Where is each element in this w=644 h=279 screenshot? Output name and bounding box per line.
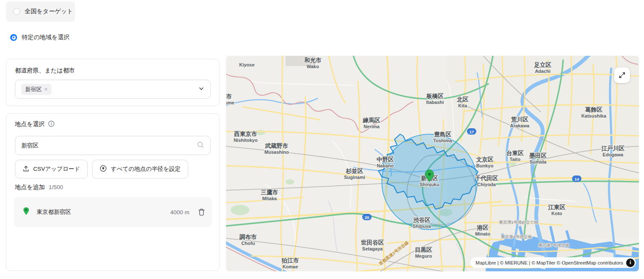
- select-points-card: 地点を選択 CSVアップロード すべての地点の半径を設定: [6, 113, 220, 271]
- map-label-en: Arakawa: [510, 123, 530, 128]
- map-label-jp: 武蔵野市: [265, 143, 289, 149]
- info-icon[interactable]: [48, 121, 54, 128]
- attribution-info-icon[interactable]: i: [626, 259, 635, 267]
- map-label-en: Shinjuku: [420, 182, 439, 187]
- map-label-en: Minato: [475, 231, 490, 236]
- map-label-jp: 板橋区: [426, 93, 444, 99]
- chip-label: 新宿区: [25, 86, 42, 93]
- map-label-jp: 世田谷区: [361, 239, 384, 246]
- set-all-radius-button[interactable]: すべての地点の半径を設定: [92, 160, 188, 178]
- map-label-en: Itabashi: [426, 100, 444, 105]
- delete-location-button[interactable]: [198, 208, 205, 216]
- map-image: Kiyose和光市Wako東久留米市Higashikurume西東京市Nishi…: [226, 56, 639, 271]
- map-label-en: Sumida: [530, 159, 547, 164]
- chevron-down-icon: [198, 86, 204, 93]
- map-label-en: Toshima: [433, 138, 452, 143]
- map-label-en: Musashino: [264, 150, 289, 155]
- map-label-jp: 江東区: [548, 204, 566, 210]
- map-attribution: MapLibre | © MIERUNE | © MapTiler © Open…: [470, 257, 636, 268]
- map-label-en: Bunkyo: [476, 163, 494, 168]
- map-label-en: Chofu: [241, 241, 255, 246]
- map-label-jp: 台東区: [507, 150, 524, 156]
- radio-option-specific-region[interactable]: 特定の地域を選択: [10, 34, 70, 41]
- select-points-label: 地点を選択: [15, 121, 45, 128]
- green-pin-icon: [23, 207, 30, 217]
- map-label-jp: 東久留米市: [226, 93, 232, 100]
- map-label-jp: 目黒区: [415, 247, 432, 253]
- map-label-en: Higashikurume: [226, 100, 235, 105]
- csv-upload-label: CSVアップロード: [33, 165, 80, 173]
- chip-remove-icon[interactable]: ×: [44, 86, 48, 92]
- radio-nationwide-label: 全国をターゲット: [25, 8, 73, 15]
- map-label-jp: 渋谷区: [413, 217, 431, 223]
- map-label-en: Suginami: [344, 175, 365, 180]
- map-label-en: Katsushika: [581, 113, 607, 118]
- map-label-jp: 調布市: [239, 233, 257, 240]
- map-label-en: Setagaya: [362, 246, 383, 251]
- selected-region-chip: 新宿区 ×: [21, 84, 52, 95]
- map-label-en: Nerima: [364, 124, 380, 129]
- map-label-en: Chiyoda: [477, 182, 496, 187]
- map-label-jp: 和光市: [304, 57, 322, 63]
- map-fullscreen-button[interactable]: [614, 67, 630, 83]
- route-shield-number: 20: [365, 215, 369, 220]
- map-label-jp: 杉並区: [346, 168, 364, 174]
- map-label-en: Kita: [458, 103, 468, 108]
- radio-option-nationwide[interactable]: 全国をターゲット: [6, 1, 75, 22]
- map-label-en: Edogawa: [603, 152, 624, 157]
- map-label-en: Nakano: [377, 163, 394, 168]
- map-label-jp: 荒川区: [511, 116, 529, 123]
- location-list-item: 東京都新宿区 4000 m: [14, 197, 212, 227]
- map-label-jp: 墨田区: [529, 152, 547, 159]
- map-canvas[interactable]: Kiyose和光市Wako東久留米市Higashikurume西東京市Nishi…: [226, 56, 639, 271]
- map-label-small: 東京港4号埋立地: [501, 234, 532, 239]
- map-label-jp: 江戸川区: [601, 145, 625, 152]
- radio-off-icon[interactable]: [13, 8, 20, 15]
- add-point-label: 地点を追加: [15, 184, 45, 191]
- map-label-jp: 港区: [477, 224, 489, 231]
- point-count: 1/500: [49, 184, 63, 190]
- map-label-jp: 千代田区: [475, 175, 498, 181]
- point-search-box: [15, 136, 211, 155]
- map-label-en: Komae: [283, 264, 298, 269]
- map-label-en: Wako: [307, 64, 319, 69]
- targeting-page: 全国をターゲット 特定の地域を選択 都道府県、または都市 新宿区 × 地点を選択: [0, 0, 644, 279]
- upload-icon: [23, 165, 29, 173]
- radio-on-icon[interactable]: [10, 34, 17, 41]
- map-label-jp: 練馬区: [363, 117, 381, 124]
- map-label-jp: 三鷹市: [261, 189, 278, 196]
- point-search-input[interactable]: [21, 142, 197, 149]
- location-radius-value: 4000 m: [170, 209, 189, 216]
- prefecture-city-card: 都道府県、または都市 新宿区 ×: [6, 59, 220, 106]
- map-label-en: Kiyose: [239, 62, 255, 67]
- map-label-jp: 北区: [457, 96, 469, 103]
- route-shield-number: 17: [469, 129, 474, 134]
- map-label-en: Taito: [509, 157, 521, 162]
- attribution-text: MapLibre | © MIERUNE | © MapTiler © Open…: [475, 260, 623, 265]
- radio-specific-label: 特定の地域を選択: [22, 34, 70, 41]
- prefecture-city-label: 都道府県、または都市: [15, 67, 75, 75]
- search-icon: [197, 141, 204, 150]
- map-label-small: 東京湾1号埋め立て地: [499, 220, 538, 224]
- map-label-jp: 文京区: [476, 156, 494, 163]
- radius-pin-icon: [100, 165, 107, 173]
- map-label-en: Shibuya: [413, 224, 432, 229]
- map-label-jp: 狛江市: [281, 257, 299, 264]
- map-label-jp: 葛飾区: [585, 106, 603, 113]
- map-label-en: Koto: [551, 211, 562, 216]
- expand-arrows-icon: [618, 72, 626, 79]
- map-label-jp: 足立区: [534, 61, 552, 69]
- csv-upload-button[interactable]: CSVアップロード: [15, 160, 88, 178]
- location-name: 東京都新宿区: [37, 208, 71, 216]
- map-label-en: Adachi: [535, 69, 551, 74]
- map-label-en: Meguro: [415, 253, 432, 259]
- map-label-jp: 西東京市: [234, 131, 258, 137]
- map-label-jp: 豊島区: [434, 131, 452, 138]
- map-label-en: Mitaka: [262, 196, 277, 201]
- set-all-radius-label: すべての地点の半径を設定: [111, 165, 180, 173]
- map-label-jp: 中野区: [377, 156, 394, 163]
- route-shield-number: 14: [575, 177, 579, 181]
- map-label-small: 東京港7号埋立地: [538, 243, 569, 247]
- map-label-en: Nishitokyo: [234, 138, 258, 143]
- prefecture-city-select[interactable]: 新宿区 ×: [15, 80, 211, 99]
